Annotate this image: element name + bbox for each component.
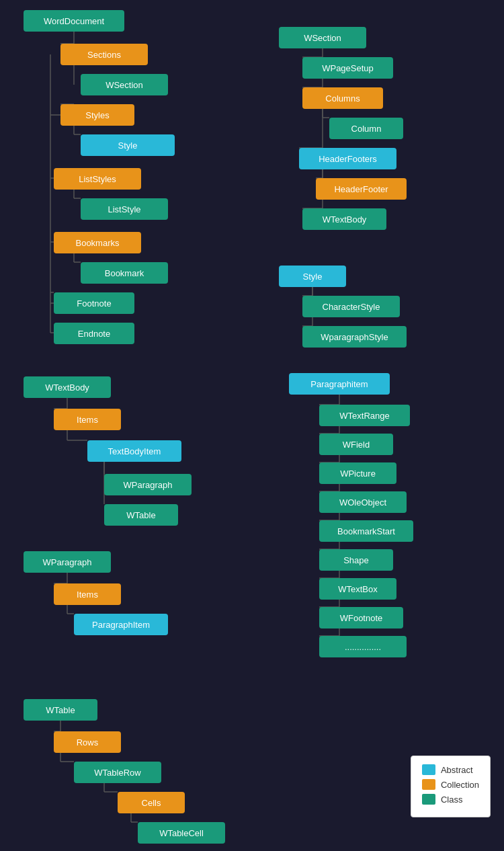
node-style2: Style <box>279 266 346 287</box>
legend-label-collection: Collection <box>441 780 479 790</box>
legend-color-collection <box>422 779 435 790</box>
node-dots: ............... <box>319 636 407 657</box>
node-paragraphItem2: ParagraphItem <box>74 614 168 635</box>
node-items2: Items <box>54 583 121 605</box>
node-wsection1: WSection <box>81 74 168 95</box>
node-styles: Styles <box>60 104 134 126</box>
node-bookmark: Bookmark <box>81 262 168 284</box>
node-bookmarks: Bookmarks <box>54 232 141 253</box>
node-wtextRange: WTextRange <box>319 405 410 426</box>
node-columns: Columns <box>302 87 383 109</box>
node-wtextBody2: WTextBody <box>24 376 111 398</box>
node-sections: Sections <box>60 44 148 65</box>
node-woleObject: WOleObject <box>319 491 407 513</box>
node-wtextBox: WTextBox <box>319 578 396 600</box>
legend-color-abstract <box>422 764 435 775</box>
node-headerFooters: HeaderFooters <box>299 148 396 169</box>
node-wparagraph2: WParagraph <box>24 551 111 573</box>
node-cells: Cells <box>118 792 185 813</box>
node-listStyles: ListStyles <box>54 168 141 190</box>
legend-label-abstract: Abstract <box>441 765 473 775</box>
node-wpicture: WPicture <box>319 462 396 484</box>
node-wordDocument: WordDocument <box>24 10 124 32</box>
node-bookmarkStart: BookmarkStart <box>319 520 413 542</box>
node-style1: Style <box>81 134 175 156</box>
node-wtextBody1: WTextBody <box>302 208 386 230</box>
node-wtable1: WTable <box>104 504 178 526</box>
node-wpageSetup: WPageSetup <box>302 57 393 79</box>
node-rows: Rows <box>54 731 121 753</box>
node-textBodyItem: TextBodyItem <box>87 440 181 462</box>
node-wfield: WField <box>319 434 393 455</box>
node-wtableCell: WTableCell <box>138 822 225 844</box>
node-shape: Shape <box>319 549 393 571</box>
node-wtableRow: WTableRow <box>74 762 161 783</box>
node-characterStyle: CharacterStyle <box>302 296 400 317</box>
node-wtable2: WTable <box>24 699 97 721</box>
node-column: Column <box>329 118 403 139</box>
legend-label-class: Class <box>441 795 463 805</box>
legend-item-collection: Collection <box>422 779 479 790</box>
node-listStyle: ListStyle <box>81 198 168 220</box>
diagram: WordDocument Sections WSection Styles St… <box>0 0 504 851</box>
node-paragraphItem: Paragraphitem <box>289 373 390 395</box>
legend: Abstract Collection Class <box>411 756 491 817</box>
node-endnote: Endnote <box>54 323 134 344</box>
legend-item-abstract: Abstract <box>422 764 479 775</box>
node-wfootnote: WFootnote <box>319 607 403 629</box>
legend-item-class: Class <box>422 794 479 805</box>
node-wparagraph1: WParagraph <box>104 474 192 495</box>
node-wparagraphStyle: WparagraphStyle <box>302 326 407 348</box>
node-headerFooter: HeaderFooter <box>316 178 407 200</box>
node-items1: Items <box>54 409 121 430</box>
node-wsection2: WSection <box>279 27 366 48</box>
node-footnote: Footnote <box>54 292 134 314</box>
legend-color-class <box>422 794 435 805</box>
